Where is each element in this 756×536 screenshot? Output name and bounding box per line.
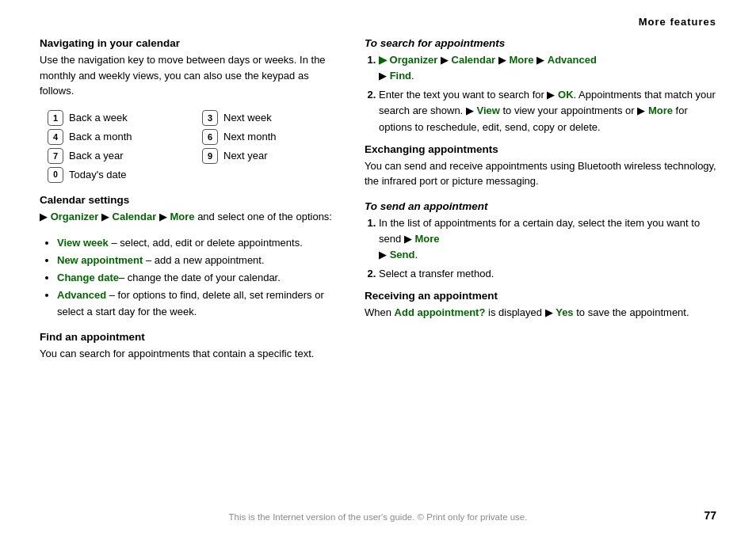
nav-section-body: Use the navigation key to move between d…: [40, 52, 341, 99]
send-more-link: More: [414, 233, 439, 245]
key-4: 4: [48, 129, 63, 145]
key-row-7: 7 Back a year: [48, 148, 186, 164]
search-step-2: Enter the text you want to search for ▶ …: [379, 87, 716, 135]
key-0-label: Today's date: [69, 169, 127, 181]
left-column: Navigating in your calendar Use the navi…: [40, 37, 341, 372]
page-number: 77: [704, 509, 716, 522]
key-row-4: 4 Back a month: [48, 129, 186, 145]
calendar-bullet-list: View week – select, add, edit or delete …: [46, 235, 341, 320]
footer-text: This is the Internet version of the user…: [229, 512, 528, 522]
bullet-change-date: Change date– change the date of your cal…: [57, 270, 341, 286]
header-title: More features: [639, 16, 716, 28]
bullet-advanced: Advanced – for options to find, delete a…: [57, 287, 341, 319]
calendar-settings-title: Calendar settings: [40, 194, 341, 206]
search-ok-link: OK: [558, 89, 574, 101]
key-6-label: Next month: [223, 131, 276, 143]
new-appointment-link: New appointment: [57, 254, 143, 266]
key-9: 9: [202, 148, 218, 164]
calendar-settings-section: Calendar settings ▶ Organizer ▶ Calendar…: [40, 194, 341, 320]
receiving-title: Receiving an appointment: [365, 290, 716, 302]
key-row-0: 0 Today's date: [48, 167, 186, 183]
receiving-section: Receiving an appointment When Add appoin…: [365, 290, 716, 321]
key-0: 0: [48, 167, 63, 183]
find-appointment-body: You can search for appointments that con…: [40, 346, 341, 362]
exchanging-body: You can send and receive appointments us…: [365, 158, 716, 189]
search-calendar-link: Calendar: [452, 54, 496, 66]
key-7: 7: [48, 148, 63, 164]
key-table: 1 Back a week 3 Next week 4 Back a month…: [48, 110, 341, 183]
bullet-new-appointment: New appointment – add a new appointment.: [57, 253, 341, 268]
main-content: Navigating in your calendar Use the navi…: [40, 37, 716, 372]
find-appointment-title: Find an appointment: [40, 331, 341, 343]
search-step-1: ▶ Organizer ▶ Calendar ▶ More ▶ Advanced…: [379, 52, 716, 84]
send-send-link: Send: [390, 249, 415, 260]
key-3-label: Next week: [223, 112, 272, 124]
find-appointment-section: Find an appointment You can search for a…: [40, 331, 341, 362]
view-week-link: View week: [57, 237, 109, 249]
key-3: 3: [202, 110, 218, 126]
calendar-link: Calendar: [113, 211, 157, 222]
search-steps: ▶ Organizer ▶ Calendar ▶ More ▶ Advanced…: [365, 52, 716, 135]
send-section: To send an appointment In the list of ap…: [365, 200, 716, 283]
key-row-3: 3 Next week: [202, 110, 341, 126]
search-find-link: Find: [390, 70, 411, 82]
exchanging-title: Exchanging appointments: [365, 143, 716, 155]
arrow-symbol-more: ▶: [159, 211, 170, 222]
key-9-label: Next year: [223, 150, 268, 162]
intro-end: and select one of the options:: [197, 211, 332, 222]
send-steps: In the list of appointments for a certai…: [365, 215, 716, 283]
organizer-link: Organizer: [51, 211, 99, 222]
add-appointment-link: Add appointment?: [395, 306, 486, 318]
nav-section-title: Navigating in your calendar: [40, 37, 341, 49]
arrow-symbol-organizer: ▶: [40, 211, 51, 222]
key-4-label: Back a month: [69, 131, 132, 143]
key-row-6: 6 Next month: [202, 129, 341, 145]
search-more-link: More: [509, 54, 533, 66]
key-7-label: Back a year: [69, 150, 124, 162]
key-1-label: Back a week: [69, 112, 128, 124]
send-section-title: To send an appointment: [365, 200, 716, 212]
key-row-9: 9 Next year: [202, 148, 341, 164]
search-section-title: To search for appointments: [365, 37, 716, 49]
search-arrow-4: ▶: [536, 54, 548, 66]
page-header: More features: [40, 16, 716, 28]
page: More features Navigating in your calenda…: [0, 0, 756, 536]
search-advanced-link: Advanced: [548, 54, 597, 66]
search-section: To search for appointments ▶ Organizer ▶…: [365, 37, 716, 135]
search-view-link: View: [476, 105, 499, 116]
search-more2-link: More: [648, 105, 673, 116]
arrow-symbol-calendar: ▶: [101, 211, 113, 222]
key-1: 1: [48, 110, 63, 126]
exchanging-section: Exchanging appointments You can send and…: [365, 143, 716, 189]
receiving-body: When Add appointment? is displayed ▶ Yes…: [365, 305, 716, 321]
advanced-link: Advanced: [57, 289, 106, 301]
right-column: To search for appointments ▶ Organizer ▶…: [365, 37, 716, 372]
send-step-1: In the list of appointments for a certai…: [379, 215, 716, 263]
send-step-2: Select a transfer method.: [379, 266, 716, 282]
search-arrow-3: ▶: [498, 54, 510, 66]
search-arrow-5: ▶: [379, 70, 390, 82]
calendar-settings-intro: ▶ Organizer ▶ Calendar ▶ More and select…: [40, 209, 341, 225]
bullet-view-week: View week – select, add, edit or delete …: [57, 235, 341, 251]
more-link-settings: More: [170, 211, 194, 222]
key-6: 6: [202, 129, 218, 145]
search-organizer-link: ▶ Organizer: [379, 54, 437, 66]
search-arrow-2: ▶: [441, 54, 452, 66]
change-date-link: Change date: [57, 272, 119, 283]
yes-link: Yes: [556, 306, 573, 318]
key-row-1: 1 Back a week: [48, 110, 186, 126]
